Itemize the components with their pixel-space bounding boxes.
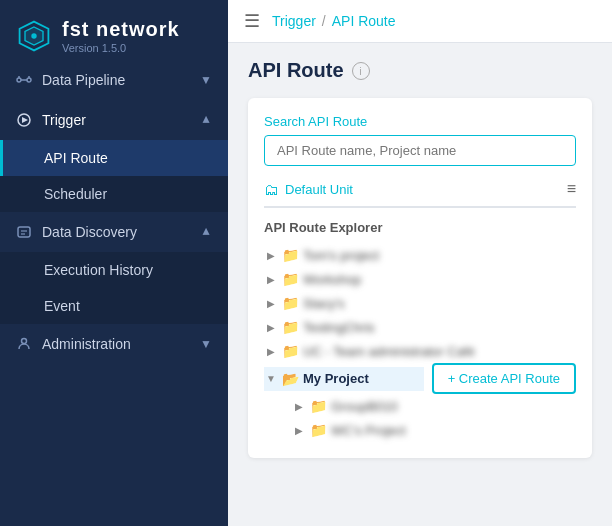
unit-row: 🗂 Default Unit ≡ (264, 180, 576, 208)
tree-item-label: WC's Project (331, 423, 576, 438)
trigger-icon (16, 112, 32, 128)
tree-item-label-my-project: My Project (303, 371, 424, 386)
tree-item-label: GroupB010 (331, 399, 576, 414)
sidebar-item-execution-history[interactable]: Execution History (0, 252, 228, 288)
svg-point-2 (31, 33, 36, 38)
sidebar-item-api-route-label: API Route (44, 150, 108, 166)
admin-icon (16, 336, 32, 352)
tree-item-toms-project[interactable]: ▶ 📁 Tom's project (264, 243, 576, 267)
menu-icon[interactable]: ☰ (244, 10, 260, 32)
main-content: ☰ Trigger / API Route API Route i Search… (228, 0, 612, 526)
chevron-up-icon-discovery: ▼ (200, 225, 212, 239)
tree-item-groupb010[interactable]: ▶ 📁 GroupB010 (264, 394, 576, 418)
nav-section-administration: Administration ▼ (0, 324, 228, 364)
collapse-arrow-icon: ▶ (292, 425, 306, 436)
sidebar-item-administration-label: Administration (42, 336, 131, 352)
svg-point-4 (27, 78, 31, 82)
collapse-arrow-icon: ▶ (264, 322, 278, 333)
data-discovery-subnav: Execution History Event (0, 252, 228, 324)
pipeline-icon (16, 72, 32, 88)
nav-section-data-discovery: Data Discovery ▼ Execution History Event (0, 212, 228, 324)
topbar: ☰ Trigger / API Route (228, 0, 612, 43)
sidebar-item-data-pipeline-label: Data Pipeline (42, 72, 125, 88)
fst-logo-icon (16, 18, 52, 54)
tree-item-label: UC - Team administrator Café (303, 344, 576, 359)
svg-point-13 (22, 339, 27, 344)
info-icon[interactable]: i (352, 62, 370, 80)
sidebar-item-data-pipeline[interactable]: Data Pipeline ▼ (0, 60, 228, 100)
nav-section-trigger: Trigger ▼ API Route Scheduler (0, 100, 228, 212)
tree-item-stacys[interactable]: ▶ 📁 Stacy's (264, 291, 576, 315)
tree-item-my-project[interactable]: ▼ 📂 My Project (264, 367, 424, 391)
collapse-arrow-icon: ▶ (264, 346, 278, 357)
folder-icon: 📁 (282, 319, 299, 335)
folder-icon-blue: 🗂 (264, 181, 279, 198)
sidebar-item-administration[interactable]: Administration ▼ (0, 324, 228, 364)
folder-icon: 📁 (282, 343, 299, 359)
folder-icon: 📁 (282, 271, 299, 287)
folder-icon: 📁 (310, 422, 327, 438)
breadcrumb: Trigger / API Route (272, 13, 396, 29)
svg-marker-9 (22, 117, 28, 123)
app-version: Version 1.5.0 (62, 42, 180, 54)
sidebar-item-data-discovery-label: Data Discovery (42, 224, 137, 240)
sidebar-item-event[interactable]: Event (0, 288, 228, 324)
breadcrumb-parent[interactable]: Trigger (272, 13, 316, 29)
sidebar-item-trigger[interactable]: Trigger ▼ (0, 100, 228, 140)
page-title-row: API Route i (248, 59, 592, 82)
sidebar-item-api-route[interactable]: API Route (0, 140, 228, 176)
chevron-down-icon: ▼ (200, 73, 212, 87)
nav-section-data-pipeline: Data Pipeline ▼ (0, 60, 228, 100)
data-discovery-icon (16, 224, 32, 240)
folder-open-icon: 📂 (282, 371, 299, 387)
sidebar-item-trigger-label: Trigger (42, 112, 86, 128)
sidebar-item-scheduler[interactable]: Scheduler (0, 176, 228, 212)
collapse-arrow-icon: ▶ (264, 274, 278, 285)
list-view-icon[interactable]: ≡ (567, 180, 576, 198)
create-api-route-button[interactable]: + Create API Route (432, 363, 576, 394)
logo-text: fst network Version 1.5.0 (62, 18, 180, 54)
chevron-up-icon: ▼ (200, 113, 212, 127)
folder-icon: 📁 (310, 398, 327, 414)
page-title: API Route (248, 59, 344, 82)
svg-rect-10 (18, 227, 30, 237)
tree-item-label: Stacy's (303, 296, 576, 311)
app-name: fst network (62, 18, 180, 41)
search-label: Search API Route (264, 114, 576, 129)
breadcrumb-separator: / (322, 13, 326, 29)
breadcrumb-current: API Route (332, 13, 396, 29)
search-input[interactable] (264, 135, 576, 166)
svg-point-3 (17, 78, 21, 82)
folder-icon: 📁 (282, 247, 299, 263)
tree-item-testingchris[interactable]: ▶ 📁 TestingChris (264, 315, 576, 339)
api-route-card: Search API Route 🗂 Default Unit ≡ API Ro… (248, 98, 592, 458)
sidebar: fst network Version 1.5.0 Data Pipeline … (0, 0, 228, 526)
logo-area: fst network Version 1.5.0 (0, 0, 228, 60)
tree-item-label: TestingChris (303, 320, 576, 335)
unit-label-text: Default Unit (285, 182, 353, 197)
tree-item-label: Tom's project (303, 248, 576, 263)
sidebar-item-scheduler-label: Scheduler (44, 186, 107, 202)
chevron-down-icon-admin: ▼ (200, 337, 212, 351)
collapse-arrow-icon: ▶ (264, 298, 278, 309)
sidebar-item-execution-history-label: Execution History (44, 262, 153, 278)
collapse-arrow-icon: ▶ (264, 250, 278, 261)
tree-item-label: Workshop (303, 272, 576, 287)
tree-item-uc-team[interactable]: ▶ 📁 UC - Team administrator Café (264, 339, 576, 363)
folder-icon: 📁 (282, 295, 299, 311)
collapse-arrow-open-icon: ▼ (264, 373, 278, 384)
sidebar-item-data-discovery[interactable]: Data Discovery ▼ (0, 212, 228, 252)
tree-item-wcs-project[interactable]: ▶ 📁 WC's Project (264, 418, 576, 442)
content-area: API Route i Search API Route 🗂 Default U… (228, 43, 612, 526)
explorer-title: API Route Explorer (264, 220, 576, 235)
default-unit-label[interactable]: 🗂 Default Unit (264, 181, 353, 198)
sidebar-item-event-label: Event (44, 298, 80, 314)
tree-item-workshop[interactable]: ▶ 📁 Workshop (264, 267, 576, 291)
trigger-subnav: API Route Scheduler (0, 140, 228, 212)
collapse-arrow-icon: ▶ (292, 401, 306, 412)
